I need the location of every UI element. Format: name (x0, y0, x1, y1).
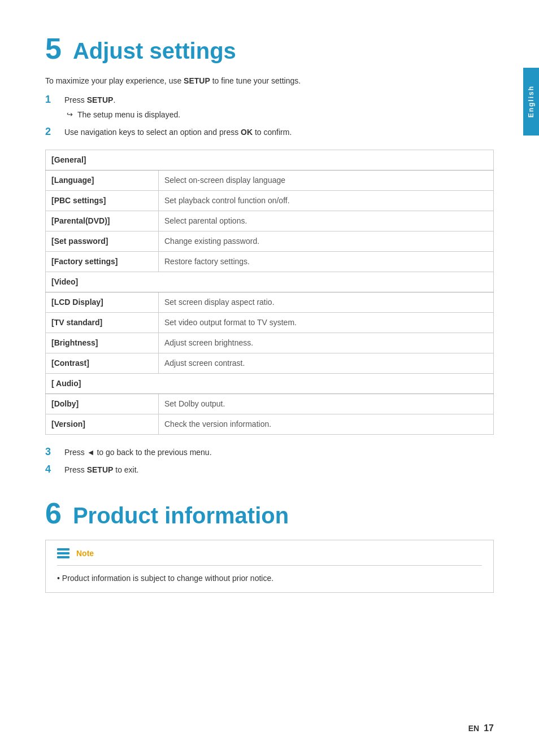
category-audio: [ Audio] (46, 374, 494, 394)
row-parental-desc: Select parental options. (159, 211, 494, 231)
sidebar-label: English (527, 85, 535, 117)
section5-title: Adjust settings (73, 38, 236, 64)
row-contrast: [Contrast] Adjust screen contrast. (46, 353, 494, 374)
section6-number: 6 (45, 499, 62, 528)
step-3: 3 Press ◄ to go back to the previous men… (45, 446, 494, 458)
row-pbc-desc: Set playback control function on/off. (159, 191, 494, 211)
row-parental-label: [Parental(DVD)] (46, 211, 159, 231)
settings-table: [General] [Language] Select on-screen di… (45, 150, 494, 435)
step-1-sub: ↪ The setup menu is displayed. (67, 108, 180, 121)
row-brightness: [Brightness] Adjust screen brightness. (46, 333, 494, 353)
row-language: [Language] Select on-screen display lang… (46, 171, 494, 191)
row-dolby: [Dolby] Set Dolby output. (46, 394, 494, 414)
row-password-label: [Set password] (46, 231, 159, 252)
step-2-content: Use navigation keys to select an option … (64, 126, 292, 138)
row-brightness-desc: Adjust screen brightness. (159, 333, 494, 353)
row-lcd-desc: Set screen display aspect ratio. (159, 292, 494, 313)
note-box: Note Product information is subject to c… (45, 540, 494, 593)
step-4-number: 4 (45, 464, 55, 475)
row-factory: [Factory settings] Restore factory setti… (46, 252, 494, 272)
note-icon-bar-2 (57, 552, 69, 554)
row-tv-desc: Set video output format to TV system. (159, 313, 494, 333)
row-version: [Version] Check the version information. (46, 414, 494, 435)
row-contrast-label: [Contrast] (46, 353, 159, 374)
row-dolby-label: [Dolby] (46, 394, 159, 414)
row-version-desc: Check the version information. (159, 414, 494, 435)
category-video: [Video] (46, 272, 494, 292)
step-2: 2 Use navigation keys to select an optio… (45, 126, 494, 138)
note-content: Product information is subject to change… (57, 573, 482, 584)
note-label: Note (76, 549, 94, 558)
category-audio-label: [ Audio] (46, 374, 494, 394)
step-3-content: Press ◄ to go back to the previous menu. (64, 446, 212, 458)
footer-page: 17 (484, 723, 494, 733)
section5-heading: 5 Adjust settings (45, 34, 494, 64)
row-language-label: [Language] (46, 171, 159, 191)
note-icon-bar-3 (57, 556, 69, 558)
note-icon-bar-1 (57, 548, 69, 550)
step-1-sub-text: The setup menu is displayed. (77, 108, 180, 121)
row-dolby-desc: Set Dolby output. (159, 394, 494, 414)
section6-heading: 6 Product information (45, 499, 494, 528)
note-divider (57, 565, 482, 566)
row-brightness-label: [Brightness] (46, 333, 159, 353)
row-pbc: [PBC settings] Set playback control func… (46, 191, 494, 211)
page-footer: EN 17 (468, 723, 494, 733)
section5-intro: To maximize your play experience, use SE… (45, 75, 494, 87)
row-parental: [Parental(DVD)] Select parental options. (46, 211, 494, 231)
step-4: 4 Press SETUP to exit. (45, 464, 494, 476)
step-3-number: 3 (45, 446, 55, 458)
row-version-label: [Version] (46, 414, 159, 435)
category-general-label: [General] (46, 150, 494, 171)
row-factory-desc: Restore factory settings. (159, 252, 494, 272)
category-general: [General] (46, 150, 494, 171)
row-tv-label: [TV standard] (46, 313, 159, 333)
section6-title: Product information (73, 503, 289, 528)
step-1-content: Press SETUP. ↪ The setup menu is display… (64, 94, 180, 121)
note-header: Note (57, 548, 482, 558)
row-pbc-label: [PBC settings] (46, 191, 159, 211)
section5-number: 5 (45, 34, 62, 63)
page: English 5 Adjust settings To maximize yo… (0, 0, 539, 756)
row-language-desc: Select on-screen display language (159, 171, 494, 191)
row-password: [Set password] Change existing password. (46, 231, 494, 252)
row-tv: [TV standard] Set video output format to… (46, 313, 494, 333)
sidebar-tab: English (523, 68, 539, 136)
row-factory-label: [Factory settings] (46, 252, 159, 272)
category-video-label: [Video] (46, 272, 494, 292)
footer-lang: EN (468, 724, 479, 733)
row-lcd-label: [LCD Display] (46, 292, 159, 313)
row-lcd: [LCD Display] Set screen display aspect … (46, 292, 494, 313)
note-item-1: Product information is subject to change… (57, 573, 482, 584)
step-4-content: Press SETUP to exit. (64, 464, 139, 476)
step-1-number: 1 (45, 94, 55, 106)
step-2-number: 2 (45, 126, 55, 138)
note-icon (57, 548, 69, 558)
row-contrast-desc: Adjust screen contrast. (159, 353, 494, 374)
row-password-desc: Change existing password. (159, 231, 494, 252)
arrow-icon: ↪ (67, 109, 73, 121)
step-1: 1 Press SETUP. ↪ The setup menu is displ… (45, 94, 494, 121)
